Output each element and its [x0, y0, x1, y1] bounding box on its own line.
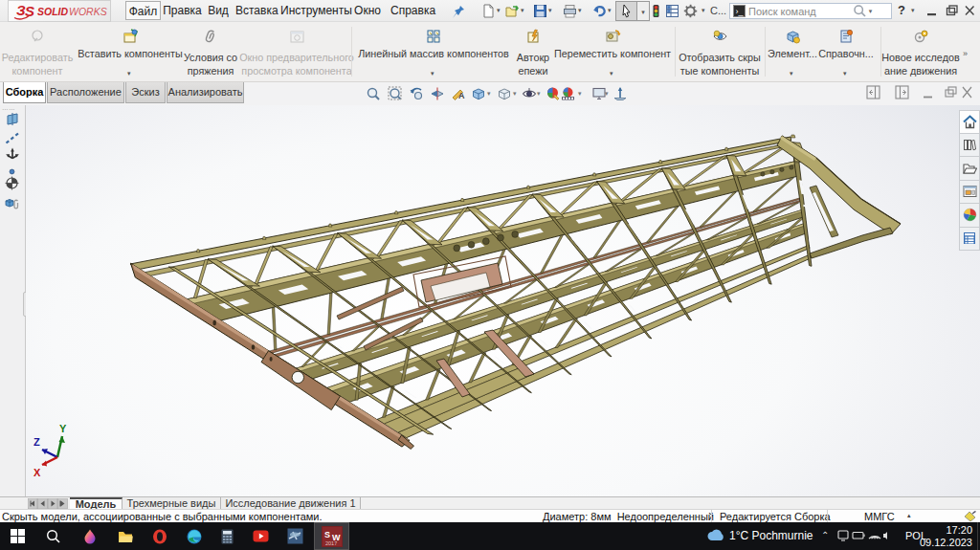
svg-text:2017: 2017	[325, 540, 337, 546]
svg-text:X: X	[33, 467, 41, 478]
svg-text:SOLID: SOLID	[37, 6, 69, 17]
svg-text:A: A	[458, 91, 465, 100]
svg-text:S: S	[324, 530, 330, 539]
svg-text:Y: Y	[59, 423, 67, 434]
svg-text:WORKS: WORKS	[69, 6, 107, 17]
svg-text:Z: Z	[33, 436, 40, 448]
svg-text:S: S	[25, 3, 34, 19]
